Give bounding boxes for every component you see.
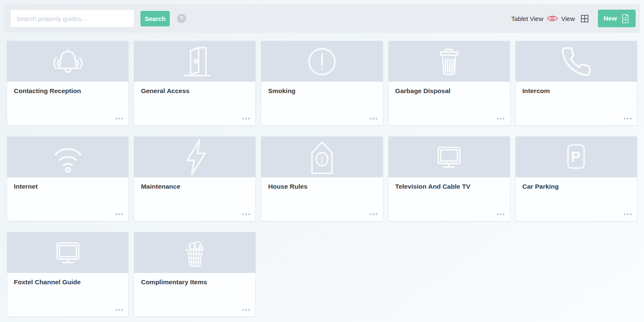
card-title: Foxtel Channel Guide: [7, 273, 128, 286]
view-label: View: [561, 15, 575, 22]
card-title: Intercom: [516, 82, 637, 95]
search-input[interactable]: [10, 9, 135, 28]
card-thumbnail: [7, 232, 128, 273]
wifi-icon: [48, 140, 88, 174]
card-title: General Access: [134, 82, 255, 95]
card-menu-button[interactable]: [114, 309, 123, 311]
card-title: Smoking: [261, 82, 382, 95]
card-menu-button[interactable]: [114, 213, 123, 215]
tv-icon: [432, 142, 466, 172]
topbar: Search ? Tablet View View New: [4, 4, 640, 33]
svg-text:P: P: [571, 148, 581, 164]
card-menu-button[interactable]: [241, 118, 250, 119]
search-button[interactable]: Search: [140, 11, 170, 26]
card-title: Garbage Disposal: [389, 82, 510, 95]
card-thumbnail: [134, 232, 255, 273]
eye-icon[interactable]: [547, 15, 558, 22]
guide-card[interactable]: Television And Cable TV: [388, 136, 510, 221]
card-menu-button[interactable]: [369, 118, 377, 119]
basket-icon: [177, 235, 213, 271]
parking-icon: P: [559, 140, 593, 174]
card-thumbnail: P: [516, 137, 637, 177]
topbar-right-group: Tablet View View New: [511, 10, 636, 27]
card-menu-button[interactable]: [241, 309, 250, 311]
card-title: Complimentary Items: [134, 273, 255, 286]
guide-card[interactable]: Maintenance: [134, 136, 256, 221]
card-title: Internet: [7, 177, 128, 190]
new-button-label: New: [604, 15, 617, 22]
bell-icon: [46, 44, 90, 79]
guide-card[interactable]: Internet: [7, 136, 129, 221]
card-menu-button[interactable]: [369, 213, 377, 215]
new-document-icon: [621, 14, 630, 23]
guide-card[interactable]: Garbage Disposal: [388, 41, 510, 126]
guide-card[interactable]: Smoking: [261, 41, 383, 126]
guide-card[interactable]: Intercom: [515, 41, 637, 126]
guide-card[interactable]: Contacting Reception: [7, 41, 129, 126]
house-info-icon: i: [304, 138, 340, 177]
card-menu-button[interactable]: [623, 118, 631, 119]
card-thumbnail: i: [261, 137, 382, 177]
tablet-view-label: Tablet View: [511, 15, 543, 22]
card-title: Maintenance: [134, 177, 255, 190]
card-thumbnail: [389, 41, 510, 82]
card-thumbnail: [7, 41, 128, 82]
lightning-icon: [179, 138, 210, 176]
guides-grid: Contacting Reception General Access Smok…: [7, 41, 637, 317]
card-menu-button[interactable]: [496, 118, 504, 119]
guide-card[interactable]: Foxtel Channel Guide: [7, 232, 129, 317]
card-title: Television And Cable TV: [389, 177, 510, 190]
card-menu-button[interactable]: [241, 213, 250, 215]
guide-card[interactable]: General Access: [134, 41, 256, 126]
guide-card[interactable]: i House Rules: [261, 136, 383, 221]
alert-circle-icon: [305, 44, 339, 79]
card-title: Car Parking: [516, 177, 637, 190]
card-thumbnail: [7, 137, 128, 177]
svg-text:i: i: [320, 153, 324, 165]
door-icon: [177, 44, 213, 79]
card-thumbnail: [261, 41, 382, 82]
card-thumbnail: [389, 137, 510, 177]
card-title: Contacting Reception: [7, 82, 128, 95]
trash-icon: [432, 44, 466, 79]
card-menu-button[interactable]: [496, 213, 504, 215]
help-icon[interactable]: ?: [177, 14, 186, 23]
guide-card[interactable]: Complimentary Items: [134, 232, 256, 317]
card-title: House Rules: [261, 177, 382, 190]
card-thumbnail: [134, 41, 255, 82]
phone-icon: [560, 45, 592, 78]
tv-icon: [51, 238, 85, 268]
card-menu-button[interactable]: [114, 118, 123, 119]
new-button[interactable]: New: [598, 10, 636, 27]
grid-view-icon[interactable]: [581, 15, 589, 23]
card-thumbnail: [516, 41, 637, 82]
card-menu-button[interactable]: [623, 213, 631, 215]
card-thumbnail: [134, 137, 255, 177]
guide-card[interactable]: P Car Parking: [515, 136, 637, 221]
